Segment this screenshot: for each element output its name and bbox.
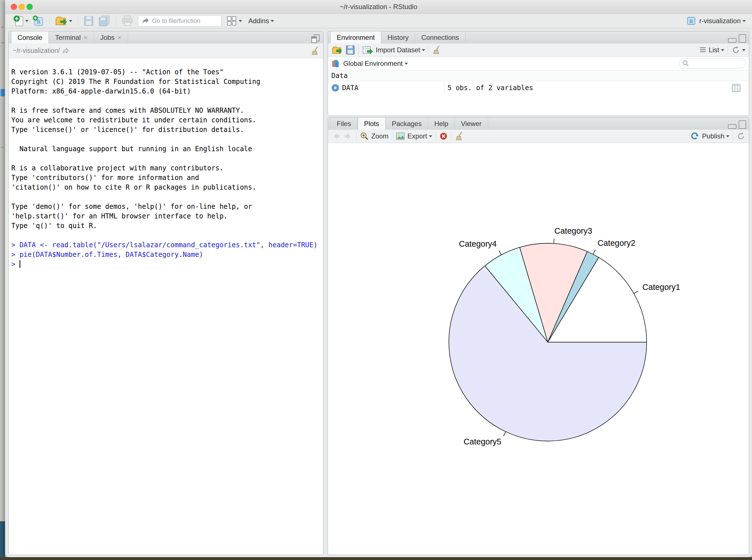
console-line (11, 231, 323, 240)
chevron-down-icon (239, 20, 242, 22)
titlebar: ~/r-visualization - RStudio (5, 0, 752, 14)
minimize-window-button[interactable] (19, 4, 25, 10)
console-line: Type 'license()' or 'licence()' for dist… (11, 125, 323, 135)
remove-plot-icon[interactable] (439, 132, 448, 140)
tab-packages[interactable]: Packages (386, 118, 428, 130)
svg-text:R: R (690, 18, 693, 24)
tab-terminal[interactable]: Terminal × (49, 32, 94, 43)
environment-toolbar: Import Dataset List (328, 43, 749, 57)
environment-pane: Environment History Connections (328, 31, 749, 116)
rstudio-window: ~/r-visualization - RStudio R (5, 0, 752, 557)
tab-help[interactable]: Help (428, 118, 454, 130)
chevron-down-icon (721, 49, 724, 51)
console-line (11, 135, 323, 144)
tab-connections[interactable]: Connections (415, 32, 465, 43)
background-window-fragment (0, 521, 5, 560)
environment-search-box (679, 58, 746, 68)
object-value: 5 obs. of 2 variables (447, 84, 533, 92)
working-directory: ~/r-visualization/ (13, 47, 60, 55)
environment-tabbar: Environment History Connections (328, 32, 749, 44)
tab-environment[interactable]: Environment (330, 32, 381, 44)
object-name: DATA (342, 84, 359, 92)
pie-label-tick (499, 251, 501, 255)
environment-search-input[interactable] (689, 60, 741, 67)
console-tabbar: Console Terminal × Jobs × (9, 32, 323, 44)
next-plot-icon[interactable] (343, 132, 353, 140)
new-project-button[interactable]: R (32, 15, 45, 27)
load-workspace-icon[interactable] (331, 45, 343, 55)
open-folder-icon (55, 15, 67, 26)
export-plot-label[interactable]: Export (407, 132, 427, 140)
expand-object-icon[interactable] (331, 84, 339, 92)
console-line: > pie(DATA$Number.of.Times, DATA$Categor… (11, 250, 323, 259)
chevron-down-icon (429, 135, 432, 137)
list-view-icon (699, 47, 707, 54)
pie-label-tick (593, 250, 595, 254)
chevron-down-icon (25, 20, 28, 22)
maximize-pane-icon[interactable] (739, 120, 746, 129)
maximize-pane-icon[interactable] (311, 34, 320, 43)
clear-console-icon[interactable] (311, 46, 319, 56)
console-output[interactable]: R version 3.6.1 (2019-07-05) -- "Action … (9, 58, 323, 555)
addins-button[interactable]: Addins (245, 15, 275, 27)
background-desktop-strip (0, 0, 5, 560)
project-menu-button[interactable]: R r-visualization (685, 15, 747, 27)
tab-plots[interactable]: Plots (358, 118, 386, 130)
panes-grid-icon (226, 16, 237, 26)
maximize-pane-icon[interactable] (739, 34, 746, 43)
console-line: R version 3.6.1 (2019-07-05) -- "Action … (11, 67, 323, 77)
close-icon[interactable]: × (117, 34, 121, 41)
view-table-icon[interactable] (731, 83, 741, 93)
global-environment-icon (331, 59, 341, 69)
save-workspace-icon[interactable] (345, 45, 355, 55)
text-cursor (20, 260, 20, 268)
pie-label-tick (634, 291, 638, 294)
tab-jobs[interactable]: Jobs × (94, 32, 128, 43)
publish-label[interactable]: Publish (702, 132, 724, 140)
console-line (11, 192, 323, 202)
goto-file-input[interactable] (151, 17, 218, 25)
close-window-button[interactable] (11, 4, 17, 10)
new-file-button[interactable] (12, 15, 30, 27)
list-view-label[interactable]: List (709, 46, 719, 54)
previous-plot-icon[interactable] (331, 132, 341, 140)
pie-label-Category3: Category3 (554, 226, 592, 235)
save-all-button[interactable] (97, 15, 111, 27)
console-line: Type 'demo()' for some demos, 'help()' f… (11, 202, 323, 211)
pie-label-Category1: Category1 (643, 283, 680, 292)
open-file-button[interactable] (54, 15, 74, 27)
minimize-pane-icon[interactable] (728, 38, 736, 43)
console-line[interactable]: > (11, 259, 323, 269)
clear-environment-icon[interactable] (432, 45, 441, 55)
tab-history[interactable]: History (381, 32, 415, 43)
console-line: Platform: x86_64-apple-darwin15.6.0 (64-… (11, 86, 323, 96)
close-icon[interactable]: × (84, 34, 87, 41)
zoom-plot-label[interactable]: Zoom (371, 132, 388, 140)
tab-files[interactable]: Files (330, 118, 358, 130)
console-line (11, 154, 323, 163)
save-all-icon (98, 15, 110, 26)
addins-label: Addins (248, 17, 269, 25)
goto-file-box (138, 15, 222, 26)
plot-canvas: Category1Category2Category3Category4Cate… (328, 143, 749, 555)
import-dataset-label[interactable]: Import Dataset (376, 46, 420, 54)
environment-scope-label[interactable]: Global Environment (343, 60, 403, 67)
refresh-icon[interactable] (731, 45, 740, 55)
console-subbar: ~/r-visualization/ (9, 43, 323, 58)
new-project-icon: R (33, 15, 44, 26)
save-button[interactable] (82, 15, 95, 27)
main-toolbar: R (5, 14, 752, 28)
console-line: 'help.start()' for an HTML browser inter… (11, 211, 323, 221)
clear-plots-icon[interactable] (455, 132, 463, 141)
workspace-panes-button[interactable] (225, 15, 243, 27)
tab-viewer[interactable]: Viewer (455, 118, 488, 130)
import-dataset-icon (362, 45, 373, 55)
tab-console[interactable]: Console (11, 32, 49, 44)
zoom-window-button[interactable] (26, 4, 33, 10)
minimize-pane-icon[interactable] (728, 124, 736, 129)
environment-object-row[interactable]: DATA 5 obs. of 2 variables (328, 81, 749, 95)
goto-directory-icon[interactable] (62, 47, 69, 55)
print-button[interactable] (120, 15, 135, 27)
console-line: Type 'contributors()' for more informati… (11, 173, 323, 182)
refresh-plot-icon[interactable] (736, 132, 746, 141)
